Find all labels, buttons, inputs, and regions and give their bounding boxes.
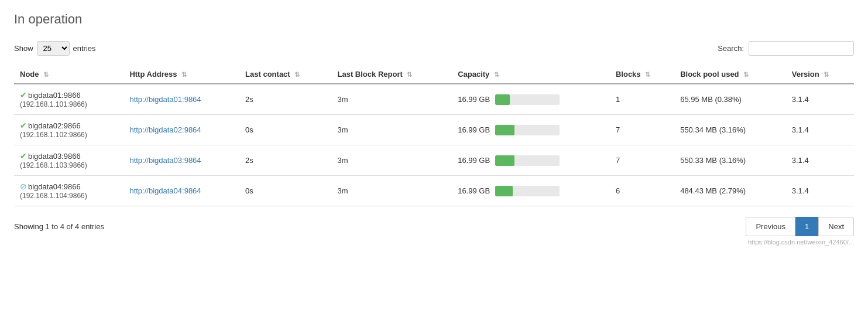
capacity-cell-3: 16.99 GB <box>452 176 610 206</box>
entries-label: entries <box>73 44 96 53</box>
capacity-bar-bg <box>495 186 560 196</box>
status-ok-icon: ✔ <box>20 121 27 130</box>
capacity-bar-wrap: 16.99 GB <box>458 94 604 105</box>
table-row: ✔bigdata03:9866(192.168.1.103:9866)http:… <box>14 145 854 176</box>
version-cell-3: 3.1.4 <box>786 176 854 206</box>
capacity-bar-fill <box>495 155 514 166</box>
bottom-controls: Showing 1 to 4 of 4 entries Previous 1 N… <box>14 217 854 236</box>
blocks-cell-3: 6 <box>610 176 674 206</box>
sort-icon-capacity: ⇅ <box>494 71 499 78</box>
header-row: Node ⇅Http Address ⇅Last contact ⇅Last B… <box>14 65 854 84</box>
pagination: Previous 1 Next <box>746 217 854 236</box>
capacity-cell-2: 16.99 GB <box>452 145 610 176</box>
blocks-cell-0: 1 <box>610 84 674 115</box>
last-contact-cell-1: 0s <box>239 115 331 145</box>
http-address-cell-0[interactable]: http://bigdata01:9864 <box>123 84 239 115</box>
node-sub: (192.168.1.103:9866) <box>20 161 87 169</box>
capacity-label: 16.99 GB <box>458 95 492 104</box>
node-sub: (192.168.1.104:9866) <box>20 192 87 200</box>
table-row: ⊘bigdata04:9866(192.168.1.104:9866)http:… <box>14 176 854 206</box>
http-address-cell-2[interactable]: http://bigdata03:9864 <box>123 145 239 176</box>
capacity-bar-bg <box>495 125 560 135</box>
previous-button[interactable]: Previous <box>746 217 795 236</box>
capacity-label: 16.99 GB <box>458 125 492 134</box>
capacity-bar-wrap: 16.99 GB <box>458 186 604 196</box>
capacity-bar-wrap: 16.99 GB <box>458 125 604 135</box>
top-controls: Show 102550100 entries Search: <box>14 41 854 56</box>
table-row: ✔bigdata02:9866(192.168.1.102:9866)http:… <box>14 115 854 145</box>
table-row: ✔bigdata01:9866(192.168.1.101:9866)http:… <box>14 84 854 115</box>
node-cell-2: ✔bigdata03:9866(192.168.1.103:9866) <box>14 145 123 176</box>
page-title: In operation <box>14 12 854 27</box>
capacity-bar-bg <box>495 94 560 105</box>
search-box: Search: <box>718 41 854 56</box>
node-cell-1: ✔bigdata02:9866(192.168.1.102:9866) <box>14 115 123 145</box>
sort-icon-node: ⇅ <box>43 71 49 78</box>
col-header-version[interactable]: Version ⇅ <box>786 65 854 84</box>
http-address-cell-1[interactable]: http://bigdata02:9864 <box>123 115 239 145</box>
table-header: Node ⇅Http Address ⇅Last contact ⇅Last B… <box>14 65 854 84</box>
blocks-cell-1: 7 <box>610 115 674 145</box>
showing-text: Showing 1 to 4 of 4 entries <box>14 222 104 231</box>
col-header-blocks[interactable]: Blocks ⇅ <box>610 65 674 84</box>
capacity-label: 16.99 GB <box>458 156 492 165</box>
sort-icon-block_pool_used: ⇅ <box>743 71 749 78</box>
col-header-capacity[interactable]: Capacity ⇅ <box>452 65 610 84</box>
capacity-cell-0: 16.99 GB <box>452 84 610 115</box>
col-header-last_contact[interactable]: Last contact ⇅ <box>239 65 331 84</box>
footer-url: https://blog.csdn.net/weixin_42460/... <box>14 239 854 246</box>
last-block-report-cell-2: 3m <box>332 145 452 176</box>
sort-icon-last_contact: ⇅ <box>294 71 300 78</box>
capacity-label: 16.99 GB <box>458 186 492 195</box>
search-input[interactable] <box>749 41 854 56</box>
block-pool-used-cell-1: 550.34 MB (3.16%) <box>674 115 786 145</box>
node-cell-3: ⊘bigdata04:9866(192.168.1.104:9866) <box>14 176 123 206</box>
table-body: ✔bigdata01:9866(192.168.1.101:9866)http:… <box>14 84 854 206</box>
http-address-cell-3[interactable]: http://bigdata04:9864 <box>123 176 239 206</box>
http-address-link[interactable]: http://bigdata04:9864 <box>129 186 201 195</box>
col-header-http_address[interactable]: Http Address ⇅ <box>123 65 239 84</box>
show-entries-group: Show 102550100 entries <box>14 41 96 56</box>
sort-icon-blocks: ⇅ <box>645 71 650 78</box>
last-contact-cell-3: 0s <box>239 176 331 206</box>
col-header-last_block_report[interactable]: Last Block Report ⇅ <box>332 65 452 84</box>
http-address-link[interactable]: http://bigdata02:9864 <box>129 125 201 134</box>
node-name: bigdata01:9866 <box>28 91 81 100</box>
capacity-bar-fill <box>495 186 513 196</box>
sort-icon-last_block_report: ⇅ <box>407 71 412 78</box>
col-header-node[interactable]: Node ⇅ <box>14 65 123 84</box>
block-pool-used-cell-0: 65.95 MB (0.38%) <box>674 84 786 115</box>
capacity-bar-fill <box>495 94 510 105</box>
node-name: bigdata02:9866 <box>28 121 81 130</box>
version-cell-1: 3.1.4 <box>786 115 854 145</box>
http-address-link[interactable]: http://bigdata01:9864 <box>129 95 201 104</box>
entries-select[interactable]: 102550100 <box>37 41 70 56</box>
node-sub: (192.168.1.101:9866) <box>20 100 87 108</box>
capacity-bar-bg <box>495 155 560 166</box>
next-button[interactable]: Next <box>818 217 854 236</box>
nodes-table: Node ⇅Http Address ⇅Last contact ⇅Last B… <box>14 65 854 206</box>
status-decom-icon: ⊘ <box>20 182 27 191</box>
node-cell-0: ✔bigdata01:9866(192.168.1.101:9866) <box>14 84 123 115</box>
version-cell-2: 3.1.4 <box>786 145 854 176</box>
col-header-block_pool_used[interactable]: Block pool used ⇅ <box>674 65 786 84</box>
node-name: bigdata03:9866 <box>28 152 81 161</box>
block-pool-used-cell-2: 550.33 MB (3.16%) <box>674 145 786 176</box>
node-sub: (192.168.1.102:9866) <box>20 131 87 139</box>
version-cell-0: 3.1.4 <box>786 84 854 115</box>
last-block-report-cell-3: 3m <box>332 176 452 206</box>
capacity-bar-wrap: 16.99 GB <box>458 155 604 166</box>
search-label: Search: <box>718 44 744 53</box>
status-ok-icon: ✔ <box>20 151 27 161</box>
node-name: bigdata04:9866 <box>28 182 81 191</box>
last-contact-cell-2: 2s <box>239 145 331 176</box>
last-block-report-cell-0: 3m <box>332 84 452 115</box>
sort-icon-version: ⇅ <box>824 71 829 78</box>
status-ok-icon: ✔ <box>20 90 27 100</box>
capacity-cell-1: 16.99 GB <box>452 115 610 145</box>
http-address-link[interactable]: http://bigdata03:9864 <box>129 156 201 165</box>
page-1-button[interactable]: 1 <box>795 217 818 236</box>
last-block-report-cell-1: 3m <box>332 115 452 145</box>
capacity-bar-fill <box>495 125 514 135</box>
show-label: Show <box>14 44 33 53</box>
